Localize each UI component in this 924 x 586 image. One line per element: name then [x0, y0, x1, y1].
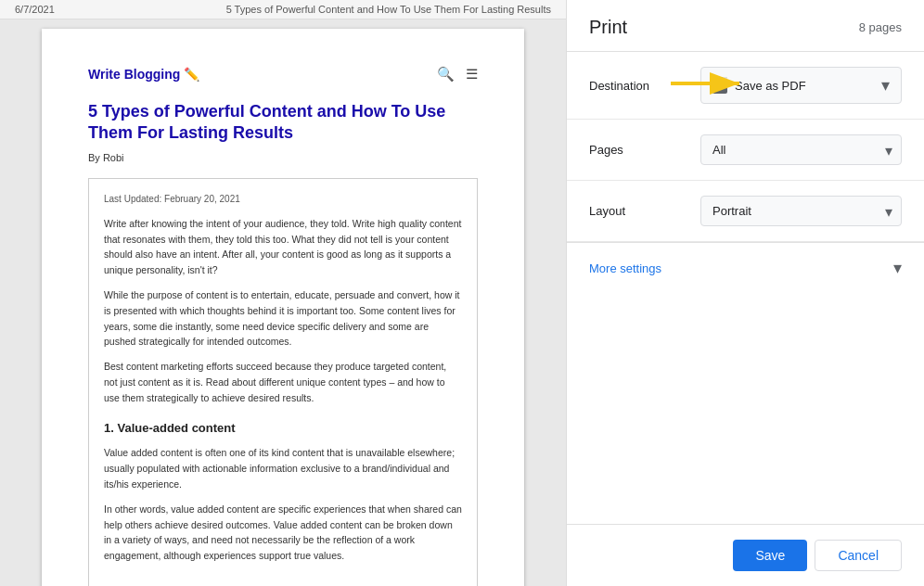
top-bar-date: 6/7/2021 [15, 4, 55, 15]
paragraph-3: Best content marketing efforts succeed b… [104, 359, 462, 405]
pages-row: Pages All ▾ [567, 120, 924, 181]
section1-heading: 1. Value-added content [104, 419, 462, 439]
top-bar-title: 5 Types of Powerful Content and How To U… [226, 4, 551, 15]
cancel-button[interactable]: Cancel [815, 540, 902, 571]
arrow-annotation [669, 70, 752, 100]
destination-dropdown-icon: ▾ [881, 75, 890, 96]
article-title: 5 Types of Powerful Content and How To U… [88, 101, 478, 145]
layout-select[interactable]: Portrait [700, 196, 902, 226]
pages-select[interactable]: All [700, 134, 902, 165]
preview-scroll[interactable]: Write Blogging ✏️ 🔍 ☰ 5 Types of Powerfu… [0, 19, 566, 586]
settings-panel: Print 8 pages Destination [566, 0, 924, 586]
layout-label: Layout [589, 204, 700, 218]
layout-select-wrapper[interactable]: Portrait ▾ [700, 196, 902, 226]
settings-header: Print 8 pages [567, 0, 924, 52]
more-settings-row[interactable]: More settings ▾ [567, 242, 924, 293]
save-button[interactable]: Save [733, 540, 807, 571]
page-preview: Write Blogging ✏️ 🔍 ☰ 5 Types of Powerfu… [42, 29, 524, 586]
article-author: By Robi [88, 152, 478, 163]
section1-body: Value added content is often one of its … [104, 445, 462, 564]
settings-body: Destination Save as PDF ▾ [567, 52, 924, 293]
preview-panel: 6/7/2021 5 Types of Powerful Content and… [0, 0, 566, 586]
layout-row: Layout Portrait ▾ [567, 181, 924, 242]
destination-value: Save as PDF [735, 79, 874, 93]
pages-label: Pages [589, 143, 700, 157]
top-bar: 6/7/2021 5 Types of Powerful Content and… [0, 0, 566, 19]
search-icon: 🔍 [437, 66, 455, 83]
article-body: Write after knowing the intent of your a… [104, 216, 462, 406]
destination-row: Destination Save as PDF ▾ [567, 52, 924, 120]
paragraph-2: While the purpose of content is to enter… [104, 287, 462, 350]
site-logo: Write Blogging ✏️ [88, 67, 199, 82]
settings-footer: Save Cancel [567, 524, 924, 586]
menu-icon: ☰ [466, 66, 478, 83]
more-settings-chevron-icon: ▾ [893, 258, 902, 278]
section1-paragraph-2: In other words, value added content are … [104, 502, 462, 564]
pages-control[interactable]: All ▾ [700, 134, 902, 165]
pages-select-wrapper[interactable]: All ▾ [700, 134, 902, 165]
page-header: Write Blogging ✏️ 🔍 ☰ [88, 66, 478, 83]
last-updated: Last Updated: February 20, 2021 [104, 192, 462, 207]
more-settings-label: More settings [589, 261, 893, 275]
paragraph-1: Write after knowing the intent of your a… [104, 216, 462, 278]
section1-paragraph-1: Value added content is often one of its … [104, 445, 462, 491]
yellow-arrow-icon [669, 70, 752, 96]
layout-control[interactable]: Portrait ▾ [700, 196, 902, 226]
article-box: Last Updated: February 20, 2021 Write af… [88, 178, 478, 586]
print-title: Print [589, 17, 627, 38]
header-icons: 🔍 ☰ [437, 66, 478, 83]
pages-count: 8 pages [859, 20, 902, 34]
